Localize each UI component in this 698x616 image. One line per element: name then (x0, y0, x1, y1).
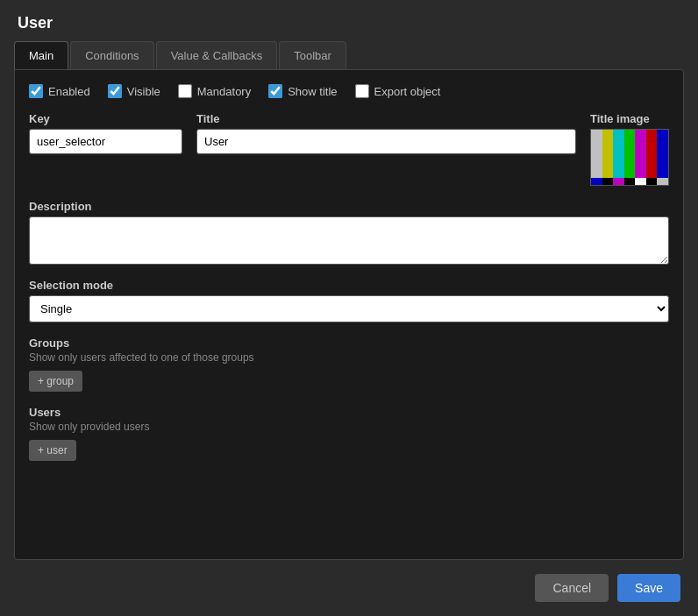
key-input[interactable] (29, 129, 182, 154)
bb-gray (657, 178, 668, 186)
bar-magenta (635, 130, 646, 178)
visible-label: Visible (127, 85, 160, 98)
title-field-group: Title (196, 112, 576, 154)
footer: Cancel Save (0, 560, 698, 616)
key-field-group: Key (29, 112, 182, 154)
bar-red (646, 130, 658, 178)
selection-mode-select[interactable]: Single Multiple (29, 295, 669, 322)
title-image-canvas[interactable] (590, 129, 669, 186)
selection-mode-label: Selection mode (29, 279, 669, 292)
groups-desc: Show only users affected to one of those… (29, 351, 669, 364)
title-image-label: Title image (590, 112, 650, 125)
tab-value-callbacks[interactable]: Value & Callbacks (156, 41, 278, 69)
cancel-button[interactable]: Cancel (535, 574, 609, 602)
bb-white (635, 178, 646, 186)
visible-checkbox[interactable] (108, 84, 122, 98)
enabled-label: Enabled (48, 85, 90, 98)
bar-gray (591, 130, 602, 178)
bb-blue (591, 178, 602, 186)
tab-conditions[interactable]: Conditions (70, 41, 153, 69)
key-label: Key (29, 112, 182, 125)
bottom-bars (591, 178, 668, 186)
users-section: Users Show only provided users + user (29, 406, 669, 461)
enabled-checkbox-item[interactable]: Enabled (29, 84, 90, 98)
visible-checkbox-item[interactable]: Visible (108, 84, 160, 98)
tab-toolbar[interactable]: Toolbar (279, 41, 346, 69)
title-image-group: Title image (590, 112, 669, 186)
tab-main[interactable]: Main (14, 41, 68, 69)
bar-cyan (613, 130, 624, 178)
add-group-button[interactable]: + group (29, 371, 82, 392)
groups-section: Groups Show only users affected to one o… (29, 336, 669, 392)
fields-row: Key Title Title image (29, 112, 669, 186)
mandatory-checkbox[interactable] (178, 84, 192, 98)
bar-yellow (602, 130, 614, 178)
export-object-checkbox-item[interactable]: Export object (355, 84, 441, 98)
color-bars (591, 130, 668, 178)
show-title-checkbox[interactable] (268, 84, 282, 98)
add-user-button[interactable]: + user (29, 440, 76, 461)
show-title-label: Show title (288, 85, 337, 98)
checkboxes-row: Enabled Visible Mandatory Show title Exp… (29, 84, 669, 98)
bb-black3 (646, 178, 658, 186)
show-title-checkbox-item[interactable]: Show title (268, 84, 337, 98)
bb-black2 (624, 178, 636, 186)
export-object-label: Export object (374, 85, 441, 98)
bb-black1 (602, 178, 614, 186)
main-content: Enabled Visible Mandatory Show title Exp… (14, 69, 684, 560)
description-group: Description (29, 200, 669, 265)
groups-title: Groups (29, 336, 669, 350)
export-object-checkbox[interactable] (355, 84, 369, 98)
tabs-bar: Main Conditions Value & Callbacks Toolba… (0, 41, 698, 69)
page-wrapper: User Main Conditions Value & Callbacks T… (0, 0, 698, 616)
users-desc: Show only provided users (29, 421, 669, 433)
users-title: Users (29, 406, 669, 419)
enabled-checkbox[interactable] (29, 84, 43, 98)
page-title: User (0, 0, 698, 41)
selection-mode-group: Selection mode Single Multiple (29, 279, 669, 322)
bar-green (624, 130, 636, 178)
title-label: Title (196, 112, 576, 125)
title-input[interactable] (196, 129, 576, 154)
bb-magenta (613, 178, 624, 186)
bar-blue (657, 130, 668, 178)
save-button[interactable]: Save (617, 574, 680, 602)
description-textarea[interactable] (29, 216, 669, 265)
mandatory-checkbox-item[interactable]: Mandatory (178, 84, 251, 98)
mandatory-label: Mandatory (197, 85, 251, 98)
description-label: Description (29, 200, 669, 213)
